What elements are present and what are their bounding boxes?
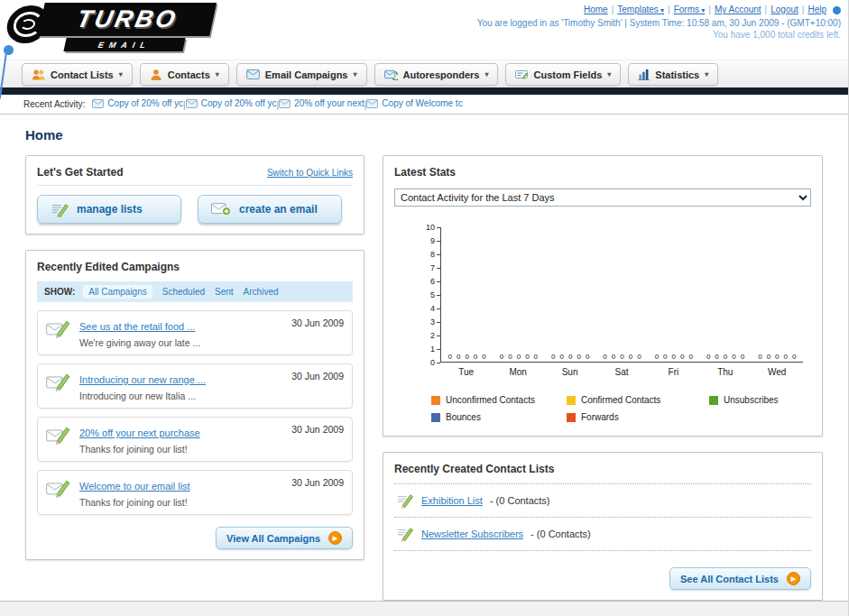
x-axis-tick-label: Wed [752,363,803,377]
campaign-text: Welcome to our email listThanks for join… [79,477,283,508]
y-axis-tick-label: 5 [430,290,435,299]
stats-period-select[interactable]: Contact Activity for the Last 7 Days [394,188,811,207]
x-axis-tick-label: Fri [648,363,699,377]
contact-list-items: Exhibition List - (0 Contacts)Newsletter… [394,483,811,551]
campaign-tab-sent[interactable]: Sent [215,287,234,297]
header-right: Home|Templates ▾|Forms ▾|My Account|Logo… [477,5,841,40]
recent-activity-label: Recent Activity: [23,99,85,109]
campaign-title-link[interactable]: Introducing our new range ... [79,374,206,385]
top-nav-link-my-account[interactable]: My Account [715,5,761,14]
campaign-title-link[interactable]: See us at the retail food ... [79,321,195,332]
view-all-campaigns-button[interactable]: View All Campaigns ▶ [216,527,353,549]
chart-value-label: 0 [672,353,676,361]
credits-info: You have 1,000 total credits left. [477,30,841,40]
campaign-title-link[interactable]: Welcome to our email list [79,481,190,492]
activity-item-label: Copy of Welcome tc [382,98,462,108]
switch-quick-links-link[interactable]: Switch to Quick Links [267,168,353,178]
chart-value-label: 0 [629,353,632,361]
activity-item[interactable]: Copy of Welcome tc [366,98,462,108]
legend-item: Unconfirmed Contacts [431,395,567,405]
campaign-list-item[interactable]: Welcome to our email listThanks for join… [37,470,353,515]
get-started-button-create-an-email[interactable]: create an email [198,195,342,224]
pencil-list-icon [51,202,69,217]
top-nav-link-templates[interactable]: Templates ▾ [617,5,664,14]
logo-title: TURBO [38,3,217,36]
contact-list-name-link[interactable]: Newsletter Subscribers [421,529,523,539]
top-nav-link-logout[interactable]: Logout [771,5,798,14]
chart-value-label: 0 [586,353,589,361]
chart-value-label: 0 [465,353,468,361]
nav-tab-contacts[interactable]: Contacts▾ [140,63,229,86]
y-axis-tick-label: 4 [430,304,435,313]
contact-list-count: - (0 Contacts) [490,495,550,506]
chevron-down-icon: ▾ [699,6,705,14]
envelope-icon [366,99,378,108]
columns: Let's Get Started Switch to Quick Links … [25,155,823,601]
nav-tab-autoresponders[interactable]: Autoresponders▾ [374,63,499,86]
campaign-list-item[interactable]: Introducing our new range ...Introducing… [37,363,353,409]
view-all-campaigns-label: View All Campaigns [226,533,320,544]
chart-value-label: 0 [724,353,727,361]
top-nav-link-help[interactable]: Help [807,5,826,14]
contact-list-name-link[interactable]: Exhibition List [421,495,483,506]
nav-tab-email-campaigns[interactable]: Email Campaigns▾ [236,63,367,86]
envelope-pencil-icon [46,318,71,339]
get-started-button-manage-lists[interactable]: manage lists [37,195,181,224]
legend-swatch [431,396,440,405]
legend-item: Confirmed Contacts [567,395,709,405]
activity-item[interactable]: Copy of 20% off yc [92,98,183,108]
chart-value-label: 0 [758,353,761,361]
contact-list-item[interactable]: Exhibition List - (0 Contacts) [394,484,811,518]
legend-item: Forwards [567,412,709,422]
nav-separator: | [765,5,768,14]
campaign-list-item[interactable]: See us at the retail food ...We're givin… [37,310,353,355]
campaigns-title: Recently Edited Campaigns [37,261,353,273]
get-started-title: Let's Get Started [37,166,124,179]
top-nav-link-forms[interactable]: Forms ▾ [674,5,706,14]
main-content: Home Let's Get Started Switch to Quick L… [0,115,848,601]
campaign-tab-scheduled[interactable]: Scheduled [162,287,205,297]
chevron-down-icon: ▾ [659,6,664,14]
nav-separator: | [802,5,805,14]
chart-value-group: 00000 [648,353,699,362]
chart-value-label: 0 [680,353,684,361]
logo-subtitle: EMAIL [63,38,185,51]
get-started-panel: Let's Get Started Switch to Quick Links … [25,155,365,234]
arrow-circle-icon: ▶ [787,572,800,585]
chevron-down-icon: ▾ [705,70,708,78]
contact-list-item[interactable]: Newsletter Subscribers - (0 Contacts) [394,518,811,551]
contact-lists-panel: Recently Created Contact Lists Exhibitio… [383,452,823,601]
legend-label: Bounces [446,412,481,422]
chevron-down-icon: ▾ [119,70,123,78]
campaigns-panel: Recently Edited Campaigns SHOW: All Camp… [25,250,365,560]
top-nav-link-home[interactable]: Home [584,5,608,14]
chevron-down-icon: ▾ [353,70,356,78]
campaign-title-link[interactable]: 20% off your next purchase [79,428,200,438]
campaign-tab-all-campaigns[interactable]: All Campaigns [83,285,152,299]
y-axis-tick-label: 10 [426,223,435,232]
chart-groups: 00000000000000000000000000000000000 [441,353,803,362]
activity-item-label: Copy of 20% off yc [201,98,277,108]
nav-tab-contact-lists[interactable]: Contact Lists▾ [22,63,133,86]
chart-value-group: 00000 [545,353,596,362]
chart-value-label: 0 [457,353,460,361]
campaign-list-item[interactable]: 20% off your next purchaseThanks for joi… [37,417,353,462]
x-axis-tick-label: Mon [492,363,543,377]
logo-subtitle-text: EMAIL [97,41,152,50]
nav-tab-custom-fields[interactable]: Custom Fields▾ [505,63,621,86]
page-title: Home [25,127,823,143]
nav-tab-label: Autoresponders [403,69,480,80]
y-axis-tick-label: 1 [430,345,435,354]
see-all-contact-lists-button[interactable]: See All Contact Lists ▶ [669,567,811,590]
nav-tab-statistics[interactable]: Statistics▾ [628,63,718,86]
campaign-text: 20% off your next purchaseThanks for joi… [79,424,283,455]
nav-tab-label: Statistics [655,69,699,80]
activity-item[interactable]: Copy of 20% off yc [186,98,277,108]
chevron-down-icon: ▾ [484,70,488,78]
contact-lists-title: Recently Created Contact Lists [394,463,811,475]
chart-value-label: 0 [784,353,788,361]
latest-stats-panel: Latest Stats Contact Activity for the La… [383,155,823,437]
campaign-tab-archived[interactable]: Archived [244,287,279,297]
activity-item[interactable]: 20% off your next [279,98,365,108]
legend-label: Unsubscribes [724,395,779,405]
